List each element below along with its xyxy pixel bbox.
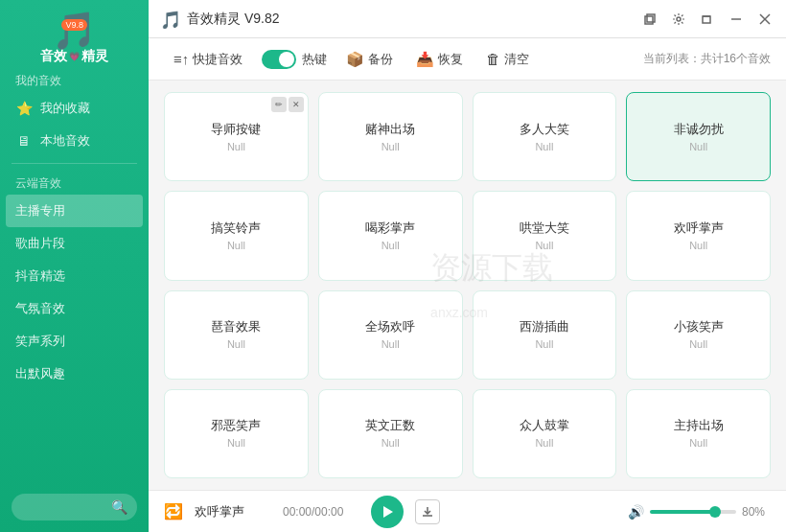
clear-btn[interactable]: 🗑 清空 [476, 47, 539, 72]
volume-pct: 80% [742, 505, 771, 519]
sidebar-item-laugh[interactable]: 笑声系列 [0, 325, 149, 358]
sound-card-sub-11: Null [689, 338, 707, 350]
volume-slider[interactable] [650, 510, 736, 514]
sound-grid: ✏ ✕ 导师按键Null赌神出场Null多人大笑Null非诚勿扰Null搞笑铃声… [149, 81, 786, 490]
sound-card-11[interactable]: 小孩笑声Null [626, 290, 771, 380]
sidebar-item-collection-label: 我的收藏 [40, 100, 90, 117]
minimize-btn[interactable] [698, 10, 717, 29]
sidebar-item-songs[interactable]: 歌曲片段 [0, 227, 149, 260]
sidebar-item-local-label: 本地音效 [40, 132, 90, 150]
edit-card-btn[interactable]: ✏ [271, 97, 287, 112]
sound-card-15[interactable]: 主持出场Null [626, 389, 771, 478]
sound-card-name-9: 全场欢呼 [365, 319, 415, 335]
restore-btn-toolbar[interactable]: 📥 恢复 [406, 47, 473, 72]
sound-card-1[interactable]: 赌神出场Null [318, 92, 463, 181]
svg-rect-1 [647, 14, 655, 22]
sidebar-item-local[interactable]: 🖥 本地音效 [0, 125, 149, 157]
backup-icon: 📦 [346, 51, 364, 68]
quick-effect-btn[interactable]: ≡↑ 快捷音效 [164, 47, 252, 72]
titlebar-minimize-btn[interactable] [727, 10, 746, 29]
settings-btn[interactable] [669, 10, 688, 29]
sound-card-name-13: 英文正数 [365, 418, 415, 434]
content-area: 🎵 音效精灵 V9.82 [149, 0, 786, 532]
hotkey-toggle[interactable] [262, 50, 296, 69]
star-icon: ⭐ [15, 100, 33, 117]
sound-card-name-1: 赌神出场 [365, 122, 415, 138]
local-icon: 🖥 [15, 132, 33, 150]
sidebar-item-laugh-label: 笑声系列 [15, 333, 65, 350]
window-title: 音效精灵 V9.82 [187, 11, 640, 28]
sound-card-14[interactable]: 众人鼓掌Null [473, 389, 617, 478]
sound-card-sub-4: Null [227, 240, 245, 251]
sidebar-item-mood[interactable]: 气氛音效 [0, 292, 149, 325]
volume-icon: 🔊 [628, 504, 644, 520]
sidebar-item-tiktok[interactable]: 抖音精选 [0, 260, 149, 292]
sidebar-item-mood-label: 气氛音效 [15, 300, 65, 317]
play-button[interactable] [371, 496, 404, 528]
player-loop-icon[interactable]: 🔁 [164, 502, 183, 520]
backup-btn[interactable]: 📦 备份 [336, 47, 403, 72]
sidebar-item-songs-label: 歌曲片段 [15, 235, 65, 252]
sound-card-12[interactable]: 邪恶笑声Null [164, 389, 309, 478]
sound-card-actions: ✏ ✕ [271, 97, 304, 112]
sound-card-name-7: 欢呼掌声 [674, 220, 724, 237]
sound-card-5[interactable]: 喝彩掌声Null [318, 191, 463, 280]
hotkey-toggle-area[interactable]: 热键 [256, 50, 333, 69]
sound-card-0[interactable]: ✏ ✕ 导师按键Null [164, 92, 309, 181]
sound-card-name-4: 搞笑铃声 [211, 220, 261, 237]
export-icon [422, 506, 433, 518]
svg-point-2 [677, 17, 681, 21]
sidebar-item-collection[interactable]: ⭐ 我的收藏 [0, 92, 149, 125]
sidebar-item-default-label: 出默风趣 [15, 365, 65, 382]
sound-card-6[interactable]: 哄堂大笑Null [473, 191, 617, 280]
toolbar: ≡↑ 快捷音效 热键 📦 备份 📥 恢复 [149, 38, 786, 81]
sound-card-name-2: 多人大笑 [520, 122, 569, 138]
sound-card-3[interactable]: 非诚勿扰Null [626, 92, 771, 181]
sound-card-9[interactable]: 全场欢呼Null [318, 290, 463, 380]
sidebar-item-streamer-label: 主播专用 [15, 202, 65, 220]
sound-card-sub-15: Null [689, 437, 707, 449]
sound-card-sub-8: Null [227, 338, 245, 350]
export-btn[interactable] [415, 499, 440, 524]
cloud-sounds-section: 云端音效 [0, 170, 149, 195]
sidebar-divider-1 [12, 163, 137, 164]
sound-card-name-8: 琶音效果 [211, 319, 261, 335]
close-btn[interactable] [755, 10, 774, 29]
search-icon: 🔍 [111, 499, 127, 515]
restore-icon: 📥 [416, 51, 434, 68]
svg-rect-3 [703, 16, 710, 23]
toolbar-status: 当前列表：共计16个音效 [643, 51, 771, 67]
sidebar-search-area: 🔍 [12, 494, 137, 520]
window-controls [640, 10, 774, 29]
sound-card-sub-12: Null [227, 437, 245, 449]
sound-card-sub-7: Null [689, 240, 707, 251]
svg-rect-0 [645, 16, 653, 24]
sound-card-4[interactable]: 搞笑铃声Null [164, 191, 309, 280]
quick-effect-icon: ≡↑ [173, 51, 189, 67]
sound-card-sub-3: Null [689, 141, 707, 152]
sound-card-name-6: 哄堂大笑 [520, 220, 569, 237]
sound-card-sub-14: Null [535, 437, 553, 449]
sound-card-13[interactable]: 英文正数Null [318, 389, 463, 478]
sound-card-sub-9: Null [381, 338, 400, 350]
sidebar-item-streamer[interactable]: 主播专用 [6, 195, 143, 227]
search-button[interactable]: 🔍 [12, 494, 137, 520]
sound-card-2[interactable]: 多人大笑Null [473, 92, 617, 181]
sound-card-8[interactable]: 琶音效果Null [164, 290, 309, 380]
restore-btn[interactable] [640, 10, 659, 29]
sound-card-sub-0: Null [227, 141, 245, 152]
sound-card-7[interactable]: 欢呼掌声Null [626, 191, 771, 280]
sound-card-name-0: 导师按键 [211, 122, 261, 138]
sidebar-logo: 🎵 V9.8 音效 💗 精灵 [0, 0, 149, 67]
sidebar-item-tiktok-label: 抖音精选 [15, 267, 65, 285]
sound-card-10[interactable]: 西游插曲Null [473, 290, 617, 380]
my-sounds-section: 我的音效 [0, 67, 149, 92]
close-card-btn[interactable]: ✕ [289, 97, 304, 112]
sound-card-name-15: 主持出场 [674, 418, 724, 434]
sidebar-item-default[interactable]: 出默风趣 [0, 358, 149, 390]
sound-card-sub-2: Null [535, 141, 553, 152]
player-track-name: 欢呼掌声 [195, 503, 271, 520]
version-badge: V9.8 [61, 19, 87, 31]
volume-area: 🔊 80% [628, 504, 771, 520]
sound-card-sub-5: Null [381, 240, 400, 251]
